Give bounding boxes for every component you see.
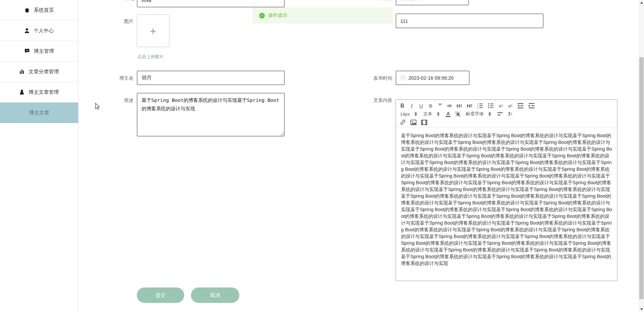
clock-icon [400, 75, 405, 80]
page: 系统首页 个人中心 博主管理 文章分类管理 博主文章管理 博主文章 文章标题 回… [0, 0, 644, 312]
outdent-button[interactable] [517, 103, 524, 109]
video-button[interactable] [421, 120, 427, 125]
sidebar-item-category-manage[interactable]: 文章分类管理 [0, 62, 78, 82]
summary-label: 简述 [107, 98, 133, 104]
updown-arrows-icon [437, 112, 440, 116]
svg-text:3: 3 [477, 107, 478, 109]
home-icon [24, 7, 30, 13]
italic-button[interactable]: I [409, 103, 414, 109]
submit-button[interactable]: 提交 [137, 287, 184, 303]
category-label: 文章分类 [365, 0, 392, 1]
scroll-down-icon[interactable] [640, 308, 643, 310]
bar-chart-icon [19, 69, 25, 74]
video-icon [421, 120, 427, 125]
scrollbar-thumb[interactable] [639, 57, 644, 299]
sidebar-item-label: 博主管理 [34, 48, 54, 54]
header-1-button[interactable]: H1 [456, 103, 462, 108]
extra-input[interactable]: 111 [396, 13, 544, 28]
font-family-value: 标准字体 [466, 111, 484, 117]
success-check-icon: ✓ [259, 13, 265, 18]
sidebar-active-label: 博主文章 [29, 110, 49, 116]
clean-format-button[interactable]: Tx [508, 112, 512, 117]
blogger-name-input[interactable]: 胡月 [137, 71, 285, 85]
bold-button[interactable]: B [400, 103, 405, 109]
image-upload-box[interactable]: + [137, 14, 169, 47]
image-label: 图片 [107, 18, 133, 25]
strikethrough-button[interactable]: S [428, 103, 433, 108]
font-size-picker[interactable]: 14px [400, 112, 417, 117]
comment-icon [24, 48, 30, 54]
background-color-button[interactable]: A [455, 111, 461, 117]
publish-time-input[interactable]: 2023-02-16 09:56:20 [396, 71, 470, 85]
publish-time-value: 2023-02-16 09:56:20 [408, 75, 454, 81]
subscript-button[interactable]: x2 [498, 103, 503, 108]
ordered-list-icon: 123 [477, 103, 483, 109]
sidebar-item-home[interactable]: 系统首页 [0, 0, 78, 21]
rich-text-editor: B I U S ” </> H1 H2 123 x2 x2 [396, 100, 617, 281]
category-select[interactable]: 文章分类1 [396, 0, 469, 5]
sidebar: 系统首页 个人中心 博主管理 文章分类管理 博主文章管理 博主文章 [0, 0, 78, 312]
text-color-button[interactable]: A [446, 111, 450, 117]
plus-icon: + [150, 25, 157, 37]
mouse-cursor-icon [95, 103, 100, 110]
align-button[interactable] [497, 112, 503, 116]
header-value: 文本 [423, 111, 432, 117]
image-button[interactable] [410, 120, 416, 125]
bullet-list-button[interactable] [488, 103, 494, 109]
title-value: 回顾 [142, 0, 152, 3]
link-button[interactable] [400, 119, 406, 125]
publish-time-label: 发布时间 [365, 75, 392, 81]
content-label: 文章内容 [365, 98, 392, 104]
updown-arrows-icon [488, 112, 491, 116]
sidebar-item-article-manage[interactable]: 博主文章管理 [0, 82, 78, 103]
bullet-list-icon [488, 103, 494, 109]
toast-text: 操作成功 [268, 12, 287, 18]
user-icon [24, 28, 30, 33]
header-picker[interactable]: 文本 [423, 111, 440, 117]
editor-toolbar: B I U S ” </> H1 H2 123 x2 x2 [396, 100, 617, 127]
ordered-list-button[interactable]: 123 [477, 103, 483, 109]
sidebar-item-blogger-article-active[interactable]: 博主文章 [0, 103, 78, 123]
person-icon [19, 89, 25, 95]
blogger-name-label: 博主名 [107, 75, 133, 81]
header-2-button[interactable]: H2 [467, 103, 472, 108]
sidebar-item-blogger-manage[interactable]: 博主管理 [0, 41, 78, 62]
blogger-name-value: 胡月 [142, 75, 152, 81]
sidebar-item-label: 博主文章管理 [29, 89, 59, 95]
outdent-icon [517, 103, 524, 109]
category-value: 文章分类1 [400, 0, 423, 1]
indent-icon [528, 103, 535, 109]
cancel-button[interactable]: 取消 [191, 287, 239, 303]
summary-textarea[interactable] [137, 93, 285, 136]
sidebar-item-label: 个人中心 [34, 28, 54, 34]
extra-value: 111 [400, 18, 408, 24]
image-icon [410, 120, 416, 125]
sidebar-item-label: 系统首页 [34, 7, 54, 13]
font-size-value: 14px [400, 112, 410, 117]
editor-content[interactable]: 基于Spring Boot的博客系统的设计与实现基于Spring Boot的博客… [396, 127, 617, 270]
sidebar-item-label: 文章分类管理 [29, 69, 59, 75]
superscript-button[interactable]: x2 [508, 103, 513, 108]
underline-button[interactable]: U [419, 103, 424, 108]
link-icon [400, 119, 406, 125]
success-toast: ✓ 操作成功 [252, 7, 393, 24]
scroll-up-icon[interactable] [640, 2, 643, 4]
code-block-button[interactable]: </> [447, 104, 452, 108]
indent-button[interactable] [528, 103, 535, 109]
title-input[interactable]: 回顾 [137, 0, 285, 7]
title-label: 文章标题 [108, 0, 134, 1]
blockquote-button[interactable]: ” [438, 104, 442, 108]
upload-hint: 点击上传图片 [137, 54, 164, 60]
font-family-picker[interactable]: 标准字体 [466, 111, 491, 117]
page-scrollbar[interactable] [639, 0, 644, 312]
updown-arrows-icon [414, 112, 417, 116]
sidebar-item-profile[interactable]: 个人中心 [0, 21, 78, 41]
align-icon [497, 112, 503, 116]
